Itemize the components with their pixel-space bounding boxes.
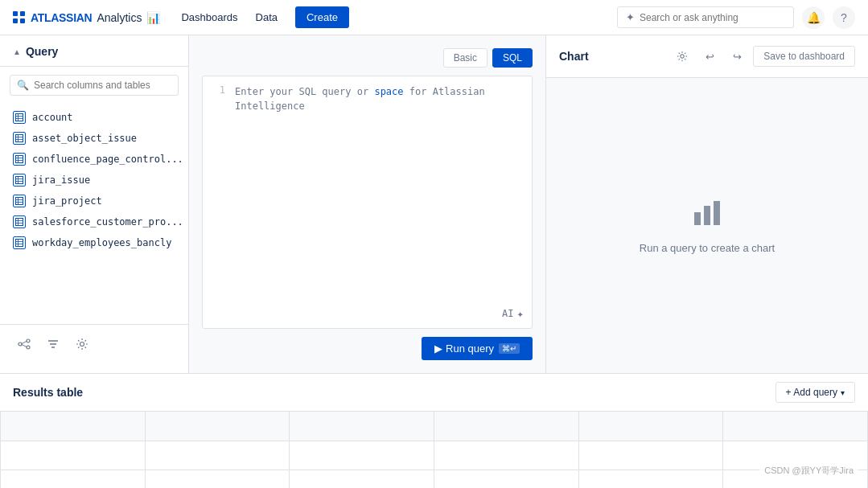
create-button[interactable]: Create <box>295 6 349 28</box>
chart-toolbar: ↩ ↪ Save to dashboard <box>671 45 855 68</box>
table-cell <box>1 470 146 488</box>
sql-placeholder: Enter your SQL query or space for Atlass… <box>235 84 522 320</box>
results-title: Results table <box>13 386 83 399</box>
svg-point-29 <box>27 339 30 342</box>
schema-icon[interactable] <box>13 333 35 355</box>
help-icon[interactable]: ? <box>833 6 855 29</box>
svg-line-32 <box>22 345 27 347</box>
table-cell <box>578 470 723 488</box>
table-row <box>1 441 868 470</box>
search-icon: 🔍 <box>17 80 29 91</box>
table-cell <box>578 441 723 470</box>
run-btn-row: ▶ Run query ⌘↵ <box>202 337 533 360</box>
table-icon <box>13 236 26 249</box>
filter-icon[interactable] <box>42 333 64 355</box>
redo-icon[interactable]: ↪ <box>726 45 748 68</box>
search-sparkle-icon: ✦ <box>626 11 635 23</box>
table-item[interactable]: workday_employees_bancly <box>0 232 188 253</box>
table-item[interactable]: jira_project <box>0 191 188 211</box>
svg-point-30 <box>27 346 30 349</box>
table-cell <box>145 470 290 488</box>
svg-line-31 <box>22 342 27 344</box>
chart-header: Chart ↩ ↪ Save to dashboard <box>546 35 868 78</box>
results-header: Results table + Add query ▾ <box>0 374 868 412</box>
sql-mode-button[interactable]: SQL <box>492 48 533 68</box>
left-panel-actions <box>0 324 188 363</box>
table-item[interactable]: asset_object_issue <box>0 128 188 149</box>
notifications-icon[interactable]: 🔔 <box>802 6 825 29</box>
svg-rect-8 <box>16 156 23 163</box>
basic-mode-button[interactable]: Basic <box>443 48 487 68</box>
search-wrap: 🔍 <box>0 67 188 104</box>
analytics-chart-icon: 📊 <box>146 11 160 24</box>
topnav-nav: Dashboards Data <box>173 6 286 28</box>
table-item[interactable]: jira_issue <box>0 170 188 191</box>
run-shortcut: ⌘↵ <box>499 343 520 354</box>
chevron-up-icon[interactable]: ▲ <box>13 47 21 56</box>
query-toolbar: Basic SQL <box>202 48 533 68</box>
col-header <box>290 412 434 441</box>
sql-editor[interactable]: 1 Enter your SQL query or space for Atla… <box>202 76 533 329</box>
table-cell <box>1 441 146 470</box>
chevron-down-icon: ▾ <box>841 388 845 397</box>
table-icon <box>13 215 26 228</box>
svg-point-36 <box>80 342 84 347</box>
global-search[interactable]: ✦ <box>617 6 794 28</box>
save-to-dashboard-button[interactable]: Save to dashboard <box>753 46 855 67</box>
table-list: account asset_object_issue confluence_pa… <box>0 104 188 324</box>
table-item[interactable]: salesforce_customer_pro... <box>0 211 188 232</box>
svg-rect-40 <box>714 201 720 225</box>
svg-rect-0 <box>16 114 23 121</box>
svg-rect-4 <box>16 135 23 142</box>
results-table <box>0 412 868 488</box>
search-input[interactable] <box>640 12 785 23</box>
svg-rect-38 <box>694 212 701 225</box>
query-header: ▲ Query <box>0 45 188 67</box>
settings-icon[interactable] <box>71 333 93 355</box>
svg-rect-20 <box>16 219 23 226</box>
logo: ATLASSIAN Analytics 📊 <box>13 11 160 24</box>
undo-icon[interactable]: ↩ <box>698 45 721 68</box>
watermark: CSDN @跟YY哥学Jira <box>759 463 858 478</box>
table-icon <box>13 153 26 166</box>
table-cell <box>145 441 290 470</box>
chart-empty-message: Run a query to create a chart <box>640 242 775 254</box>
table-icon <box>13 174 26 187</box>
table-row <box>1 470 868 488</box>
topnav: ATLASSIAN Analytics 📊 Dashboards Data Cr… <box>0 0 868 35</box>
run-query-button[interactable]: ▶ Run query ⌘↵ <box>422 337 533 360</box>
table-icon <box>13 132 26 145</box>
table-item[interactable]: confluence_page_control... <box>0 149 188 170</box>
svg-rect-16 <box>16 198 23 205</box>
chart-settings-icon[interactable] <box>671 45 693 68</box>
space-key-hint: space <box>374 86 403 97</box>
svg-point-37 <box>681 55 684 58</box>
svg-rect-24 <box>16 240 23 247</box>
table-item[interactable]: account <box>0 107 188 128</box>
add-query-button[interactable]: + Add query ▾ <box>775 382 855 403</box>
app-grid-icon[interactable] <box>13 11 26 24</box>
main-layout: ▲ Query 🔍 account <box>0 35 868 488</box>
column-search-input[interactable] <box>34 80 171 91</box>
sparkle-icon: ✦ <box>517 307 524 320</box>
topnav-right: ✦ 🔔 ? <box>617 6 855 29</box>
chart-panel: Chart ↩ ↪ Save to dashboard <box>546 35 868 373</box>
table-cell <box>290 470 434 488</box>
nav-data[interactable]: Data <box>248 6 286 28</box>
chart-title: Chart <box>559 50 589 63</box>
table-cell <box>434 441 578 470</box>
table-icon <box>13 195 26 207</box>
top-section: ▲ Query 🔍 account <box>0 35 868 373</box>
nav-dashboards[interactable]: Dashboards <box>173 6 245 28</box>
col-header <box>1 412 146 441</box>
table-icon <box>13 111 26 124</box>
table-header-row <box>1 412 868 441</box>
svg-rect-39 <box>704 206 710 225</box>
col-header <box>434 412 578 441</box>
line-numbers: 1 <box>212 84 225 320</box>
col-header <box>145 412 290 441</box>
bar-chart-icon <box>691 198 723 234</box>
col-header <box>723 412 868 441</box>
column-search[interactable]: 🔍 <box>10 75 179 96</box>
svg-point-28 <box>19 342 22 346</box>
